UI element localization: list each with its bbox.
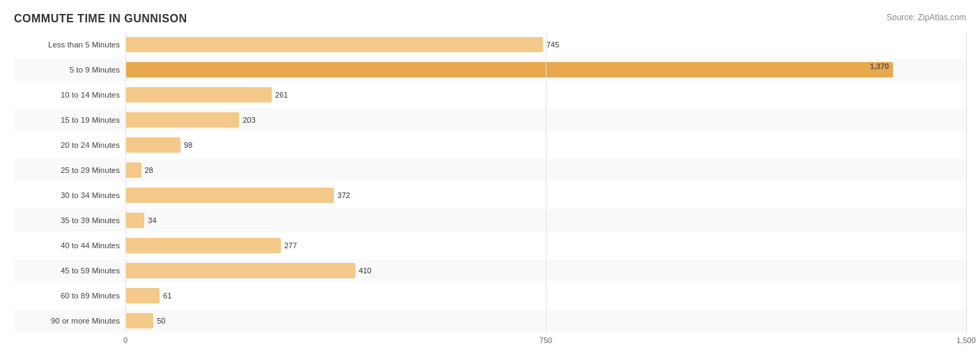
bar-fill <box>125 263 355 278</box>
chart-header: COMMUTE TIME IN GUNNISON Source: ZipAtla… <box>14 13 966 25</box>
bar-label: 40 to 44 Minutes <box>14 241 125 250</box>
bar-label: 35 to 39 Minutes <box>14 216 125 225</box>
bar-label: 60 to 89 Minutes <box>14 291 125 300</box>
bar-row: 35 to 39 Minutes34 <box>14 209 966 232</box>
bar-fill <box>125 238 281 253</box>
bar-value: 410 <box>359 266 372 275</box>
bar-fill <box>125 288 160 303</box>
bar-row: 45 to 59 Minutes410 <box>14 259 966 282</box>
bar-track: 34 <box>125 213 966 228</box>
bar-fill <box>125 188 334 203</box>
bar-row: 15 to 19 Minutes203 <box>14 109 966 131</box>
bar-value: 203 <box>243 116 255 124</box>
bar-row: 25 to 29 Minutes28 <box>14 159 966 181</box>
bar-label: 45 to 59 Minutes <box>14 266 125 275</box>
chart-area: Less than 5 Minutes7455 to 9 Minutes1,37… <box>14 32 966 336</box>
bar-track: 372 <box>125 188 966 203</box>
bar-label: 5 to 9 Minutes <box>14 66 125 74</box>
bar-label: 25 to 29 Minutes <box>14 166 125 174</box>
x-axis-label-1500: 1,500 <box>956 336 976 344</box>
bar-track: 98 <box>125 137 966 153</box>
bar-track: 28 <box>125 162 966 178</box>
bar-track: 745 <box>125 37 966 52</box>
bar-fill <box>125 87 272 103</box>
x-axis-label-0: 0 <box>123 336 128 344</box>
bar-track: 1,370 <box>125 62 966 77</box>
bar-track: 50 <box>125 313 966 328</box>
bar-row: 10 to 14 Minutes261 <box>14 84 966 106</box>
bar-value: 61 <box>163 291 171 300</box>
bar-value: 98 <box>184 141 192 149</box>
bar-row: 20 to 24 Minutes98 <box>14 134 966 156</box>
chart-container: COMMUTE TIME IN GUNNISON Source: ZipAtla… <box>0 0 980 364</box>
bar-fill <box>125 37 543 52</box>
bar-fill <box>125 213 144 228</box>
bar-value: 50 <box>157 317 165 325</box>
chart-source: Source: ZipAtlas.com <box>887 13 966 22</box>
bar-fill <box>125 162 141 178</box>
bar-value: 261 <box>275 91 288 99</box>
bar-fill <box>125 313 153 328</box>
bar-track: 410 <box>125 263 966 278</box>
bar-label: 15 to 19 Minutes <box>14 116 125 124</box>
bar-label: 20 to 24 Minutes <box>14 141 125 149</box>
bar-track: 277 <box>125 238 966 253</box>
bar-label: 10 to 14 Minutes <box>14 91 125 99</box>
bar-fill: 1,370 <box>125 62 893 77</box>
bar-track: 203 <box>125 112 966 128</box>
bar-value: 1,370 <box>870 62 889 70</box>
bar-row: 60 to 89 Minutes61 <box>14 285 966 307</box>
bars-section: Less than 5 Minutes7455 to 9 Minutes1,37… <box>14 32 966 333</box>
bar-fill <box>125 112 239 128</box>
bar-value: 277 <box>284 241 297 250</box>
bar-fill <box>125 137 181 153</box>
chart-title: COMMUTE TIME IN GUNNISON <box>14 13 187 25</box>
grid-line-1500 <box>966 32 967 333</box>
bar-label: 30 to 34 Minutes <box>14 191 125 199</box>
bar-value: 28 <box>145 166 153 174</box>
bar-value: 372 <box>337 191 350 199</box>
bar-row: 30 to 34 Minutes372 <box>14 184 966 206</box>
bar-row: 40 to 44 Minutes277 <box>14 234 966 257</box>
x-axis-label-750: 750 <box>539 336 552 344</box>
bar-row: Less than 5 Minutes745 <box>14 33 966 56</box>
bar-row: 5 to 9 Minutes1,370 <box>14 59 966 81</box>
bar-label: 90 or more Minutes <box>14 317 125 325</box>
bar-track: 261 <box>125 87 966 103</box>
bar-row: 90 or more Minutes50 <box>14 310 966 332</box>
bar-label: Less than 5 Minutes <box>14 40 125 49</box>
bar-track: 61 <box>125 288 966 303</box>
bar-value: 745 <box>546 40 559 49</box>
bar-value: 34 <box>148 216 156 225</box>
